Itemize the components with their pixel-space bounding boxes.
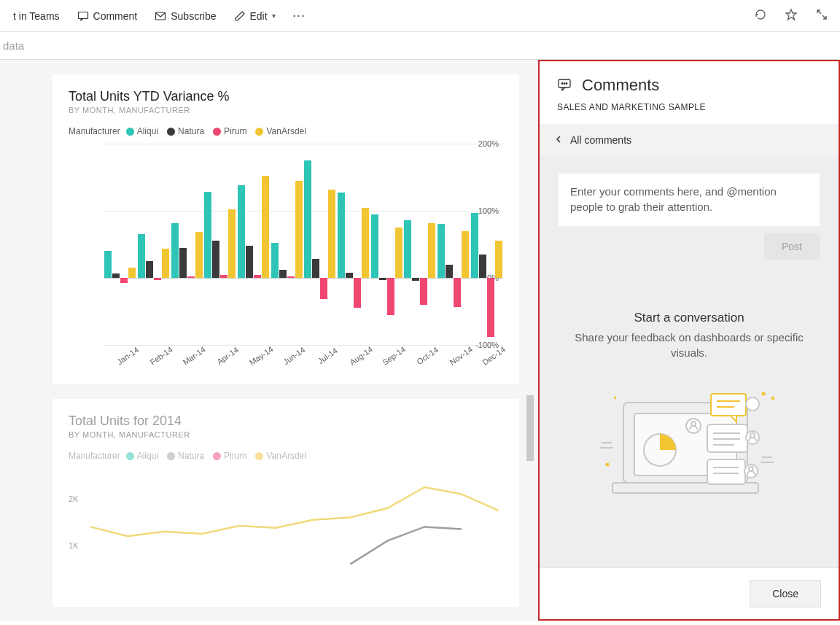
legend-aliqui[interactable]: Aliqui (126, 126, 158, 136)
comments-body: Enter your comments here, and @mention p… (540, 156, 839, 567)
comments-title: Comments (582, 76, 659, 95)
svg-point-3 (561, 82, 563, 84)
chart1-plot: -100%0%100%200%Jan-14Feb-14Mar-14Apr-14M… (69, 144, 503, 370)
refresh-button[interactable] (748, 2, 773, 29)
svg-point-28 (606, 463, 610, 467)
toolbar-left: t in Teams Comment Subscribe Edit ▾ ··· (6, 6, 313, 26)
empty-illustration-icon (594, 381, 784, 507)
comment-placeholder: Enter your comments here, and @mention p… (570, 185, 777, 213)
svg-rect-0 (78, 12, 88, 18)
dot-icon (126, 452, 134, 460)
legend-vanarsdel[interactable]: VanArsdel (255, 451, 306, 461)
subscribe-button[interactable]: Subscribe (147, 6, 223, 26)
legend-label: Manufacturer (69, 451, 120, 461)
dot-icon (213, 128, 221, 136)
svg-rect-20 (707, 459, 745, 484)
edit-label: Edit (250, 10, 268, 22)
comments-panel: Comments SALES AND MARKETING SAMPLE All … (538, 60, 840, 621)
chevron-down-icon: ▾ (272, 12, 276, 20)
svg-point-19 (746, 397, 759, 411)
dot-icon (255, 452, 263, 460)
chart2-plot: 1K2K (69, 475, 503, 592)
edit-button[interactable]: Edit ▾ (227, 6, 283, 26)
comment-input[interactable]: Enter your comments here, and @mention p… (559, 174, 820, 226)
comments-header: Comments SALES AND MARKETING SAMPLE (540, 61, 839, 124)
subscribe-label: Subscribe (171, 10, 216, 22)
chat-in-teams-button[interactable]: t in Teams (6, 6, 67, 26)
favorite-button[interactable] (779, 2, 804, 29)
chart2-subtitle: BY MONTH, MANUFACTURER (69, 430, 503, 439)
comment-button[interactable]: Comment (70, 6, 145, 26)
variance-chart-card[interactable]: Total Units YTD Variance % BY MONTH, MAN… (52, 74, 519, 384)
comments-subtitle: SALES AND MARKETING SAMPLE (557, 102, 821, 112)
units-chart-card[interactable]: Total Units for 2014 BY MONTH, MANUFACTU… (52, 399, 519, 607)
chart2-legend: Manufacturer Aliqui Natura Pirum VanArsd… (69, 451, 503, 461)
comments-footer: Close (540, 567, 839, 619)
dot-icon (167, 128, 175, 136)
comment-label: Comment (93, 10, 138, 22)
fullscreen-button[interactable] (809, 2, 834, 29)
svg-point-27 (762, 392, 766, 396)
mail-icon (155, 10, 166, 22)
close-button[interactable]: Close (750, 580, 821, 607)
main-dashboard-area: Total Units YTD Variance % BY MONTH, MAN… (0, 60, 538, 621)
post-row: Post (559, 233, 820, 260)
chevron-left-icon (554, 134, 563, 146)
svg-rect-16 (711, 394, 746, 416)
comment-icon (77, 10, 89, 22)
legend-natura[interactable]: Natura (167, 451, 204, 461)
empty-state-description: Share your feedback on dashboards or spe… (559, 330, 820, 360)
svg-point-5 (566, 82, 567, 84)
chart1-title: Total Units YTD Variance % (69, 89, 503, 104)
legend-natura[interactable]: Natura (167, 126, 204, 136)
chart1-subtitle: BY MONTH, MANUFACTURER (69, 106, 503, 114)
more-options-button[interactable]: ··· (286, 6, 314, 26)
search-bar[interactable]: data (0, 32, 840, 60)
svg-point-4 (564, 82, 565, 84)
dot-icon (126, 128, 134, 136)
toolbar-right (748, 2, 834, 29)
comment-bubble-icon (557, 77, 572, 94)
content-wrap: Total Units YTD Variance % BY MONTH, MAN… (0, 60, 840, 621)
empty-state: Start a conversation Share your feedback… (559, 311, 820, 507)
empty-state-title: Start a conversation (559, 311, 820, 325)
all-comments-back-button[interactable]: All comments (540, 124, 839, 156)
legend-vanarsdel[interactable]: VanArsdel (255, 126, 306, 136)
all-comments-label: All comments (570, 134, 631, 146)
chart2-title: Total Units for 2014 (69, 414, 503, 429)
legend-label: Manufacturer (69, 126, 120, 136)
search-placeholder-text: data (3, 39, 24, 52)
dot-icon (213, 452, 221, 460)
teams-label: t in Teams (13, 10, 60, 22)
legend-pirum[interactable]: Pirum (213, 126, 246, 136)
scrollbar[interactable] (526, 395, 534, 461)
legend-pirum[interactable]: Pirum (213, 451, 246, 461)
dot-icon (255, 128, 263, 136)
legend-aliqui[interactable]: Aliqui (126, 451, 158, 461)
pencil-icon (234, 10, 246, 22)
top-toolbar: t in Teams Comment Subscribe Edit ▾ ··· (0, 0, 840, 32)
dot-icon (167, 452, 175, 460)
post-button[interactable]: Post (764, 233, 820, 260)
chart1-legend: Manufacturer Aliqui Natura Pirum VanArsd… (69, 126, 503, 136)
